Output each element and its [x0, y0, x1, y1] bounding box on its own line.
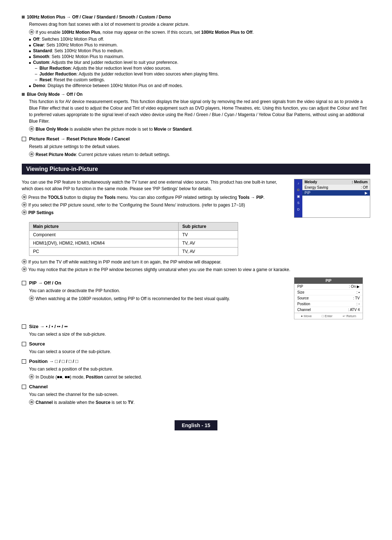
dash-icon: – [35, 77, 37, 82]
section-channel: Channel You can select the channel for t… [22, 384, 370, 406]
note-icon: N [22, 259, 27, 264]
channel-heading: Channel [22, 384, 370, 389]
dash-blur-text: Blur Reduction: Adjusts the blur reducti… [40, 66, 171, 71]
menu-mockup-box: ♪ ⊙ ▣ S D Melody : Medium Energy Saving … [294, 179, 370, 218]
checkbox-icon [22, 359, 26, 364]
note-icon: N [22, 267, 27, 272]
menu-empty4 [302, 212, 370, 217]
channel-heading-text: Channel [29, 384, 48, 389]
position-desc: You can select a position of the sub-pic… [29, 366, 370, 372]
table-row: HDMI1(DVI), HDMI2, HDMI3, HDMI4 TV, AV [29, 239, 238, 248]
position-heading: Position → □ / □ / □ / □ [22, 359, 370, 364]
pip-off-desc: You can activate or deactivate the PIP f… [29, 287, 288, 294]
dot-icon [29, 45, 31, 46]
pip-menu-pip-value: : On ▶ [349, 285, 360, 289]
pip-menu-box: PIP PIP : On ▶ Size : ▪ Source : TV Posi… [294, 277, 363, 319]
menu-icon-s: S [297, 201, 299, 205]
100hz-desc: Removes drag from fast scenes with a lot… [29, 21, 370, 28]
dot-icon [29, 56, 31, 58]
dot-icon [29, 62, 31, 64]
position-note1: N In Double (■■, ■■) mode, Position cann… [29, 374, 370, 380]
pip-menu-row-pip: PIP : On ▶ [294, 284, 363, 290]
section-size: Size → ▪ / ▪ / ▪▪ / ▪▪ You can select a … [22, 324, 370, 338]
100hz-note1-text: If you enable 100Hz Motion Plus, noise m… [36, 29, 254, 36]
pip-menu-footer: ● Move □ Enter ↩ Return [294, 313, 363, 319]
pip-off-on-content: PIP → Off / On You can activate or deact… [22, 277, 294, 303]
bullet-clear: Clear: Sets 100Hz Motion Plus to minimum… [29, 42, 370, 48]
pip-off-heading-text: PIP → Off / On [29, 280, 61, 286]
picture-reset-heading: Picture Reset → Reset Picture Mode / Can… [22, 136, 370, 142]
blue-heading-text: Blue Only Mode → Off / On [27, 92, 82, 97]
section-source: Source You can select a source of the su… [22, 341, 370, 355]
position-note1-text: In Double (■■, ■■) mode, Position cannot… [36, 374, 142, 380]
footer-label: English - 15 [182, 422, 211, 428]
bullet-smooth-text: Smooth: Sets 100Hz Motion Plus to maximu… [33, 54, 124, 59]
channel-note1-text: Channel is available when the Source is … [36, 399, 135, 406]
blue-note1-text: Blue Only Mode is available when the pic… [36, 126, 193, 132]
size-desc: You can select a size of the sub-picture… [29, 331, 370, 338]
bullet-smooth: Smooth: Sets 100Hz Motion Plus to maximu… [29, 54, 370, 59]
note-icon: N [22, 202, 27, 207]
note-icon: N [29, 29, 34, 34]
pip-table: Main picture Sub picture Component TV HD… [29, 222, 238, 256]
pip-note3: N If you turn the TV off while watching … [22, 259, 370, 265]
menu-pip-arrow: ▶ [365, 191, 368, 195]
pip-menu-channel-label: Channel [297, 308, 311, 312]
pip-menu-position-label: Position [297, 302, 310, 306]
menu-icon-sound: ♪ [298, 181, 299, 185]
section-100hz: 100Hz Motion Plus → Off / Clear / Standa… [22, 15, 370, 88]
table-cell-tv-av2: TV, AV [179, 248, 238, 256]
pip-settings-label-row: N PIP Settings [22, 209, 288, 216]
pip-menu-row-channel: Channel : ATV 4 [294, 307, 363, 313]
dash-reset-text: Reset: Reset the custom settings. [40, 77, 105, 82]
table-cell-hdmi: HDMI1(DVI), HDMI2, HDMI3, HDMI4 [29, 239, 179, 248]
bullet-custom: Custom: Adjusts the blur and judder redu… [29, 60, 370, 65]
pip-menu-row-size: Size : ▪ [294, 290, 363, 295]
pip-off-on-area: PIP → Off / On You can activate or deact… [22, 277, 370, 319]
checkbox-icon [22, 342, 26, 346]
source-heading-text: Source [29, 341, 45, 347]
note-icon: N [29, 374, 34, 379]
menu-energy-label: Energy Saving [305, 185, 328, 189]
pip-footer-return: ↩ Return [343, 314, 356, 318]
dash-judder: – Judder Reduction: Adjusts the judder r… [35, 71, 370, 77]
pip-note2-text: If you select the PIP picture sound, ref… [28, 202, 245, 208]
pip-note2: N If you select the PIP picture sound, r… [22, 202, 288, 208]
bullet-demo: Demo: Displays the difference between 10… [29, 83, 370, 88]
table-row: Component TV [29, 231, 238, 239]
table-cell-pc: PC [29, 248, 179, 256]
size-heading: Size → ▪ / ▪ / ▪▪ / ▪▪ [22, 324, 370, 329]
table-cell-component: Component [29, 231, 179, 239]
menu-pip-label: PIP [305, 191, 310, 195]
pip-note4: N You may notice that the picture in the… [22, 266, 370, 273]
table-row: PC TV, AV [29, 248, 238, 256]
dot-icon [29, 50, 31, 52]
pip-note1: N Press the TOOLS button to display the … [22, 194, 288, 201]
menu-left-sidebar: ♪ ⊙ ▣ S D [294, 179, 302, 217]
blue-note1: N Blue Only Mode is available when the p… [29, 126, 370, 132]
menu-energy-val: : Off [361, 185, 368, 189]
menu-right-content: Melody : Medium Energy Saving : Off PIP … [302, 179, 370, 217]
bullet-custom-text: Custom: Adjusts the blur and judder redu… [33, 60, 178, 65]
pip-menu-title: PIP [294, 278, 363, 284]
menu-pip-row: PIP ▶ [302, 190, 370, 196]
blue-desc: This function is for AV device measureme… [29, 98, 370, 124]
menu-empty2 [302, 201, 370, 206]
source-heading: Source [22, 341, 370, 347]
dash-icon: – [35, 66, 37, 71]
note-icon: N [22, 210, 27, 215]
menu-icon-selected: ⊙ [297, 188, 300, 192]
pip-intro-area: You can use the PIP feature to simultane… [22, 179, 370, 218]
pip-settings-menu: PIP PIP : On ▶ Size : ▪ Source : TV Posi… [294, 277, 370, 319]
picture-reset-note1: N Reset Picture Mode: Current picture va… [29, 151, 370, 158]
table-cell-tv-av1: TV, AV [179, 239, 238, 248]
size-heading-text: Size → ▪ / ▪ / ▪▪ / ▪▪ [29, 324, 68, 329]
pip-menu-row-source: Source : TV [294, 295, 363, 301]
pip-note4-text: You may notice that the picture in the P… [28, 266, 290, 273]
pip-menu-source-value: : TV [353, 296, 360, 300]
menu-icon-img: ▣ [297, 195, 300, 198]
pip-table-header-sub: Sub picture [179, 222, 238, 231]
100hz-note1: N If you enable 100Hz Motion Plus, noise… [29, 29, 370, 36]
section-picture-reset: Picture Reset → Reset Picture Mode / Can… [22, 136, 370, 158]
note-icon: N [29, 152, 34, 157]
